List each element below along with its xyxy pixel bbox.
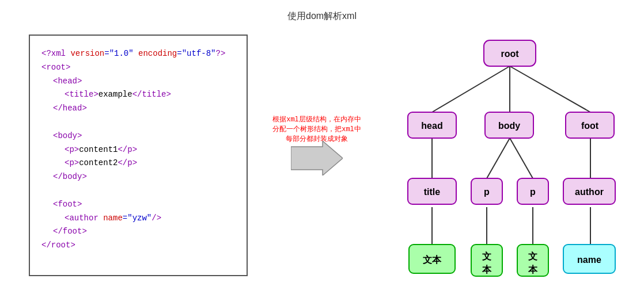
node-name: name (577, 255, 601, 265)
xml-line-6: <body> (53, 129, 235, 143)
node-text2b: 本 (482, 265, 492, 274)
svg-marker-0 (291, 141, 343, 175)
svg-line-1 (432, 66, 510, 112)
xml-line-9: </body> (53, 170, 235, 184)
arrow-icon (291, 141, 343, 175)
xml-line-1: <?xml version="1.0" encoding="utf-8"?> (41, 47, 235, 61)
xml-line-5: </head> (53, 102, 235, 116)
xml-line-3: <head> (53, 75, 235, 89)
xml-panel: <?xml version="1.0" encoding="utf-8"?> <… (29, 35, 248, 276)
arrow-area: 根据xml层级结构，在内存中分配一个树形结构，把xml中每部分都封装成对象 (253, 115, 380, 175)
xml-line-7: <p>content1</p> (65, 143, 235, 157)
node-head: head (421, 121, 442, 131)
node-p1: p (484, 187, 490, 197)
svg-line-3 (510, 66, 590, 112)
node-p2: p (530, 187, 536, 197)
xml-line-13: </root> (41, 239, 235, 253)
arrow-text: 根据xml层级结构，在内存中分配一个树形结构，把xml中每部分都封装成对象 (271, 115, 363, 144)
tree-diagram: root head body foot title p p author 文本 … (386, 32, 634, 291)
node-title: title (424, 187, 441, 197)
svg-line-6 (510, 138, 533, 178)
svg-line-5 (487, 138, 510, 178)
node-text3b: 本 (528, 265, 538, 274)
xml-spacer-1 (41, 116, 235, 129)
xml-line-4: <title>example</title> (65, 88, 235, 102)
xml-line-12: </foot> (53, 225, 235, 239)
xml-line-10: <foot> (53, 198, 235, 212)
node-root: root (501, 49, 519, 59)
node-foot: foot (581, 121, 599, 131)
xml-line-11: <author name="yzw"/> (65, 212, 235, 226)
node-text2: 文 (482, 251, 491, 261)
node-body: body (498, 121, 520, 131)
xml-line-8: <p>content2</p> (65, 156, 235, 170)
xml-spacer-2 (41, 184, 235, 198)
node-text3: 文 (528, 251, 537, 261)
page-title: 使用dom解析xml (0, 10, 644, 22)
node-author: author (575, 187, 604, 197)
xml-line-2: <root> (41, 61, 235, 75)
node-text1: 文本 (423, 254, 442, 265)
